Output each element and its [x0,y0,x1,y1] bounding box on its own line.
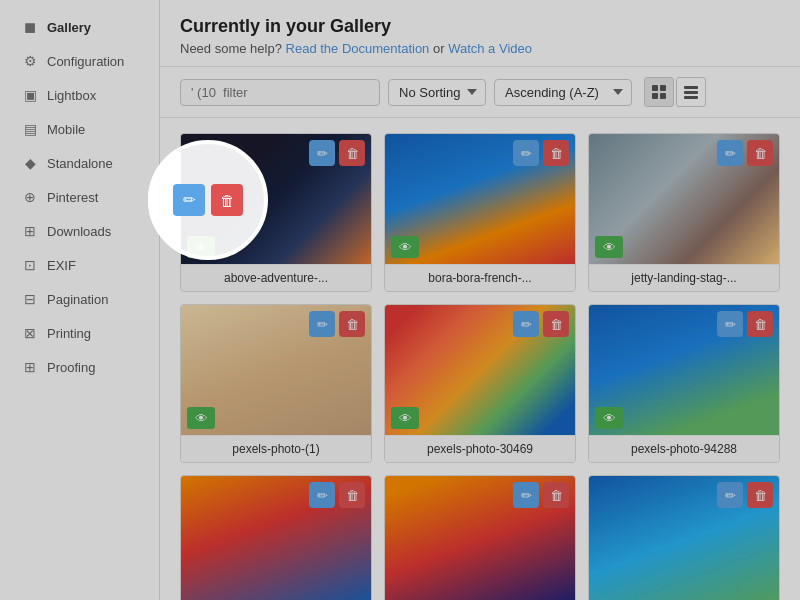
sidebar-item-printing[interactable]: ⊠ Printing [0,316,159,350]
page-header: Currently in your Gallery Need some help… [160,0,800,67]
delete-button-1[interactable]: 🗑 [339,140,365,166]
gallery-item: ✏ 🗑 👁 pexels-photo-94288 [588,304,780,463]
sidebar-item-mobile[interactable]: ▤ Mobile [0,112,159,146]
visibility-button-5[interactable]: 👁 [391,407,419,429]
gallery-content: ✏ 🗑 👁 above-adventure-... ✏ 🗑 [160,118,800,600]
visibility-button-3[interactable]: 👁 [595,236,623,258]
item-visibility-1: 👁 [187,236,215,258]
gallery-item: ✏ 🗑 👁 bora-bora-french-... [384,133,576,292]
gallery-grid: ✏ 🗑 👁 above-adventure-... ✏ 🗑 [180,133,780,600]
eye-icon: 👁 [195,411,208,426]
delete-button-7[interactable]: 🗑 [339,482,365,508]
item-actions-6: ✏ 🗑 [717,311,773,337]
sidebar-label-lightbox: Lightbox [47,88,96,103]
lightbox-icon: ▣ [21,87,39,103]
sidebar-item-pagination[interactable]: ⊟ Pagination [0,282,159,316]
visibility-button-4[interactable]: 👁 [187,407,215,429]
mobile-icon: ▤ [21,121,39,137]
delete-button-5[interactable]: 🗑 [543,311,569,337]
configuration-icon: ⚙ [21,53,39,69]
edit-button-6[interactable]: ✏ [717,311,743,337]
visibility-button-2[interactable]: 👁 [391,236,419,258]
search-input[interactable] [180,79,380,106]
order-select[interactable]: Ascending (A-Z)Descending (Z-A) [494,79,632,106]
item-actions-8: ✏ 🗑 [513,482,569,508]
svg-rect-5 [684,91,698,94]
eye-icon: 👁 [399,240,412,255]
proofing-icon: ⊞ [21,359,39,375]
sidebar-label-standalone: Standalone [47,156,113,171]
svg-rect-6 [684,96,698,99]
page-title: Currently in your Gallery [180,16,780,37]
delete-button-2[interactable]: 🗑 [543,140,569,166]
sidebar-item-pinterest[interactable]: ⊕ Pinterest [0,180,159,214]
doc-link[interactable]: Read the Documentation [286,41,430,56]
item-visibility-4: 👁 [187,407,215,429]
sort-select[interactable]: No SortingBy TitleBy DateBy Size [388,79,486,106]
sidebar-item-standalone[interactable]: ◆ Standalone [0,146,159,180]
eye-icon: 👁 [603,240,616,255]
gallery-item: ✏ 🗑 👁 jetty-landing-stag-... [588,133,780,292]
edit-button-9[interactable]: ✏ [717,482,743,508]
edit-button-3[interactable]: ✏ [717,140,743,166]
help-text: Need some help? Read the Documentation o… [180,41,780,56]
standalone-icon: ◆ [21,155,39,171]
edit-button-1[interactable]: ✏ [309,140,335,166]
sidebar-label-proofing: Proofing [47,360,95,375]
pagination-icon: ⊟ [21,291,39,307]
item-actions-7: ✏ 🗑 [309,482,365,508]
item-visibility-6: 👁 [595,407,623,429]
sidebar-label-exif: EXIF [47,258,76,273]
gallery-image-1: ✏ 🗑 👁 [181,134,371,264]
gallery-item-name-4: pexels-photo-(1) [181,435,371,462]
edit-button-4[interactable]: ✏ [309,311,335,337]
sidebar-label-pinterest: Pinterest [47,190,98,205]
downloads-icon: ⊞ [21,223,39,239]
item-actions-1: ✏ 🗑 [309,140,365,166]
svg-rect-4 [684,86,698,89]
edit-button-8[interactable]: ✏ [513,482,539,508]
gallery-item-name-1: above-adventure-... [181,264,371,291]
sidebar-item-exif[interactable]: ⊡ EXIF [0,248,159,282]
sidebar-label-configuration: Configuration [47,54,124,69]
eye-icon: 👁 [603,411,616,426]
item-actions-9: ✏ 🗑 [717,482,773,508]
main-content: Currently in your Gallery Need some help… [160,0,800,600]
sidebar-item-configuration[interactable]: ⚙ Configuration [0,44,159,78]
delete-button-8[interactable]: 🗑 [543,482,569,508]
svg-rect-0 [652,85,658,91]
gallery-image-4: ✏ 🗑 👁 [181,305,371,435]
gallery-image-9: ✏ 🗑 [589,476,779,600]
gallery-item-name-2: bora-bora-french-... [385,264,575,291]
delete-button-9[interactable]: 🗑 [747,482,773,508]
sidebar-label-downloads: Downloads [47,224,111,239]
sidebar-item-proofing[interactable]: ⊞ Proofing [0,350,159,384]
delete-button-4[interactable]: 🗑 [339,311,365,337]
sidebar-item-lightbox[interactable]: ▣ Lightbox [0,78,159,112]
svg-rect-3 [660,93,666,99]
gallery-item: ✏ 🗑 [384,475,576,600]
grid-view-button[interactable] [644,77,674,107]
edit-button-5[interactable]: ✏ [513,311,539,337]
edit-button-2[interactable]: ✏ [513,140,539,166]
view-toggle [644,77,706,107]
pinterest-icon: ⊕ [21,189,39,205]
item-actions-3: ✏ 🗑 [717,140,773,166]
eye-icon: 👁 [399,411,412,426]
gallery-item-name-3: jetty-landing-stag-... [589,264,779,291]
sidebar-label-printing: Printing [47,326,91,341]
gallery-toolbar: No SortingBy TitleBy DateBy Size Ascendi… [160,67,800,118]
video-link[interactable]: Watch a Video [448,41,532,56]
delete-button-3[interactable]: 🗑 [747,140,773,166]
sidebar-item-downloads[interactable]: ⊞ Downloads [0,214,159,248]
gallery-image-6: ✏ 🗑 👁 [589,305,779,435]
sidebar: ◼ Gallery ⚙ Configuration ▣ Lightbox ▤ M… [0,0,160,600]
visibility-button-1[interactable]: 👁 [187,236,215,258]
gallery-item: ✏ 🗑 [180,475,372,600]
sidebar-item-gallery[interactable]: ◼ Gallery [0,10,159,44]
delete-button-6[interactable]: 🗑 [747,311,773,337]
gallery-item: ✏ 🗑 👁 pexels-photo-30469 [384,304,576,463]
edit-button-7[interactable]: ✏ [309,482,335,508]
visibility-button-6[interactable]: 👁 [595,407,623,429]
list-view-button[interactable] [676,77,706,107]
